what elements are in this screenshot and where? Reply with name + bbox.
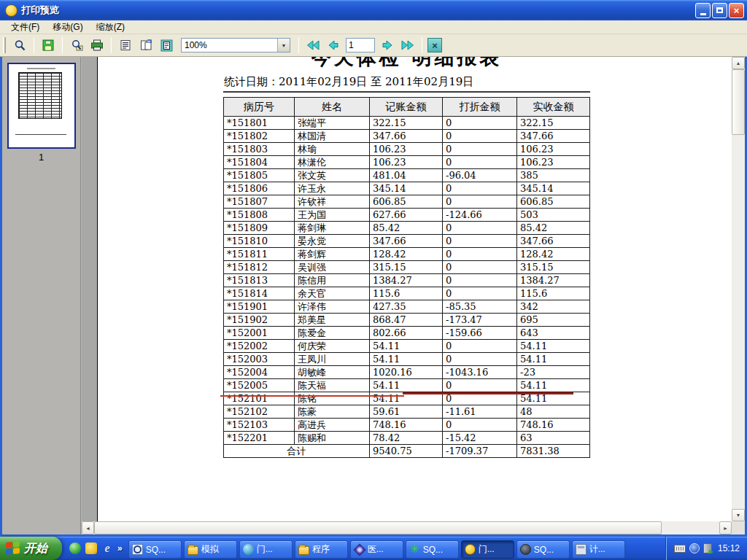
table-cell: 342	[517, 300, 590, 314]
table-cell: 陈信用	[295, 274, 370, 287]
red-annotation-line	[403, 392, 573, 394]
taskbar-button[interactable]: 计...	[572, 540, 625, 559]
taskbar-button[interactable]: 门...	[239, 540, 293, 559]
taskbar-button[interactable]: 模拟	[184, 540, 237, 559]
taskbar: 开始 e » SQ...模拟门...程序医...SQ...门...SQ...计.…	[0, 537, 747, 560]
scroll-right-button[interactable]: ►	[719, 521, 732, 534]
system-tray: 15:12	[666, 537, 747, 560]
zoom-level-select[interactable]: 100% ▼	[181, 38, 290, 52]
window-controls: ×	[695, 3, 744, 18]
restore-button[interactable]	[712, 3, 727, 18]
last-page-button[interactable]	[398, 36, 417, 54]
close-preview-button[interactable]: ×	[427, 38, 442, 52]
table-cell: 503	[517, 209, 590, 222]
messenger-icon[interactable]	[69, 542, 81, 554]
table-cell: *151801	[224, 117, 295, 130]
table-cell: 606.85	[370, 195, 443, 209]
taskbar-button[interactable]: SQ...	[406, 540, 459, 559]
scroll-left-button[interactable]: ◄	[82, 521, 94, 534]
menu-bar: 文件(F) 移动(G) 缩放(Z)	[0, 20, 747, 34]
menu-file[interactable]: 文件(F)	[4, 20, 46, 35]
windows-logo-icon	[6, 541, 20, 556]
table-cell: 0	[443, 222, 517, 235]
table-cell: 蒋剑琳	[295, 222, 370, 235]
table-cell: 128.42	[517, 248, 590, 261]
app-shortcut-icon[interactable]	[85, 542, 97, 554]
thumbnail-panel: 1	[2, 57, 81, 534]
prev-page-button[interactable]	[324, 36, 343, 54]
total-value-cell: 7831.38	[517, 445, 590, 458]
taskbar-button-label: 门...	[479, 543, 495, 556]
table-row: *152004胡敏峰1020.16-1043.16-23	[224, 366, 590, 379]
full-page-view-button[interactable]	[157, 36, 176, 54]
table-cell: 蒋剑辉	[295, 248, 370, 261]
table-row: *152002何庆荣54.11054.11	[224, 340, 590, 353]
internet-explorer-icon[interactable]: e	[101, 542, 113, 554]
vertical-scrollbar[interactable]: ▲ ▼	[732, 57, 745, 521]
multi-page-view-button[interactable]	[136, 36, 155, 54]
taskbar-button[interactable]: 医...	[350, 540, 403, 559]
taskbar-button-label: 门...	[257, 543, 273, 556]
report-page: 今天体检 明细报表 统计日期：2011年02月19日 至 2011年02月19日…	[97, 57, 733, 524]
taskbar-button[interactable]: SQ...	[128, 540, 182, 559]
table-cell: 78.42	[370, 432, 443, 445]
table-row: *151803林瑜106.230106.23	[224, 143, 590, 156]
table-cell: *151813	[224, 274, 295, 287]
start-button[interactable]: 开始	[0, 537, 62, 560]
window-title: 打印预览	[21, 4, 695, 17]
single-page-view-button[interactable]	[116, 36, 135, 54]
table-cell: 427.35	[370, 300, 443, 314]
first-page-button[interactable]	[303, 36, 322, 54]
menu-zoom[interactable]: 缩放(Z)	[90, 20, 131, 35]
horizontal-scrollbar[interactable]: ◄ ►	[82, 521, 732, 534]
table-cell: 0	[443, 156, 517, 169]
taskbar-button-label: SQ...	[423, 545, 443, 555]
database-service-icon[interactable]	[703, 543, 712, 553]
taskbar-button-label: 医...	[368, 543, 384, 556]
horizontal-scroll-thumb[interactable]	[94, 521, 662, 534]
folder-icon	[298, 546, 309, 555]
table-cell: *152004	[224, 366, 295, 379]
taskbar-button[interactable]: 程序	[295, 540, 348, 559]
table-cell: *152003	[224, 353, 295, 366]
table-row: *151901许泽伟427.35-85.35342	[224, 300, 590, 314]
next-page-icon	[382, 40, 393, 50]
scheduler-icon[interactable]	[689, 543, 700, 553]
table-cell: 54.11	[517, 340, 590, 353]
zoom-tool-button[interactable]	[10, 36, 29, 54]
table-cell: 643	[517, 327, 590, 340]
calculator-icon	[576, 544, 587, 555]
table-cell: 345.14	[370, 182, 443, 195]
close-button[interactable]: ×	[729, 3, 744, 18]
print-setup-button[interactable]	[67, 36, 86, 54]
table-cell: 347.66	[517, 235, 590, 248]
page-thumbnail[interactable]	[7, 63, 76, 149]
print-button[interactable]	[88, 36, 107, 54]
clock[interactable]: 15:12	[718, 543, 740, 553]
scroll-up-button[interactable]: ▲	[732, 57, 745, 69]
page-number-input[interactable]	[346, 38, 375, 52]
table-cell: 0	[443, 419, 517, 432]
vertical-scroll-thumb[interactable]	[732, 69, 745, 135]
column-header: 记账金额	[370, 98, 443, 117]
chevron-expand-icon[interactable]: »	[117, 543, 123, 553]
dropdown-arrow-icon[interactable]: ▼	[277, 39, 290, 52]
save-button[interactable]	[39, 36, 58, 54]
table-row: *151811蒋剑辉128.420128.42	[224, 248, 590, 261]
keyboard-layout-icon[interactable]	[674, 545, 686, 553]
toolbar: 100% ▼ ×	[0, 34, 747, 57]
table-cell: 115.6	[517, 287, 590, 300]
screen: 打印预览 × 文件(F) 移动(G) 缩放(Z)	[0, 0, 747, 560]
taskbar-button[interactable]: SQ...	[516, 540, 570, 559]
table-cell: 345.14	[517, 182, 590, 195]
menu-move[interactable]: 移动(G)	[46, 20, 89, 35]
app-icon	[5, 4, 18, 17]
next-page-button[interactable]	[378, 36, 397, 54]
taskbar-button[interactable]: 门...	[461, 540, 514, 559]
minimize-button[interactable]	[695, 3, 711, 18]
scroll-down-button[interactable]: ▼	[732, 509, 745, 521]
table-cell: 0	[443, 274, 517, 287]
table-cell: 115.6	[370, 287, 443, 300]
thumbnail-page-number: 1	[2, 152, 80, 163]
table-cell: 0	[443, 143, 517, 156]
